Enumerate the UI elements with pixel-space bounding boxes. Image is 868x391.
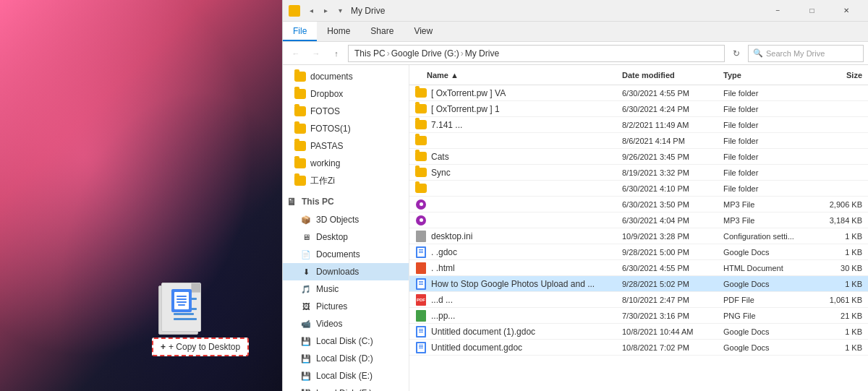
file-type: File folder [723, 152, 817, 161]
file-date: 9/26/2021 3:45 PM [622, 152, 723, 161]
ribbon-tab-share[interactable]: Share [360, 22, 404, 41]
file-size: 21 KB [817, 311, 868, 320]
sidebar-item-local-d[interactable]: 💾 Local Disk (D:) [283, 350, 409, 367]
file-list-header: Name ▲ Date modified Type Size [409, 65, 868, 85]
file-type: File folder [723, 105, 817, 113]
sidebar-item-documents[interactable]: documents [283, 68, 409, 85]
gdoc-icon [414, 325, 428, 339]
drag-ghost-icon [156, 283, 206, 340]
file-row[interactable]: 7.141 ... 8/2/2021 11:49 AM File folder [409, 117, 868, 133]
minimize-button[interactable]: − [762, 1, 794, 21]
file-date: 7/30/2021 3:16 PM [622, 311, 723, 320]
maximize-button[interactable]: □ [796, 1, 828, 21]
sidebar-item-local-e[interactable]: 💾 Local Disk (E:) [283, 367, 409, 384]
file-row[interactable]: Sync 8/19/2021 3:32 PM File folder [409, 165, 868, 181]
sidebar-item-label: 工作Zi [310, 175, 335, 187]
file-row[interactable]: [ OxTorrent.pw ] VA 6/30/2021 4:55 PM Fi… [409, 85, 868, 101]
sidebar-item-dropbox[interactable]: Dropbox [283, 85, 409, 103]
file-row[interactable]: 6/30/2021 4:10 PM File folder [409, 181, 868, 197]
forward-button[interactable]: → [307, 45, 325, 62]
address-path[interactable]: This PC › Google Drive (G:) › My Drive [348, 45, 725, 62]
sidebar-item-pastas[interactable]: PASTAS [283, 137, 409, 155]
file-row[interactable]: 6/30/2021 4:04 PM MP3 File 3,184 KB [409, 212, 868, 228]
file-type: File folder [723, 168, 817, 177]
sidebar-item-videos[interactable]: 📹 Videos [283, 315, 409, 332]
refresh-button[interactable]: ↻ [728, 45, 745, 62]
file-row[interactable]: Untitled document.gdoc 10/8/2021 7:02 PM… [409, 340, 868, 356]
ribbon-tab-home[interactable]: Home [317, 22, 360, 41]
title-bar-dropdown-btn[interactable]: ▾ [333, 4, 346, 17]
col-header-type[interactable]: Type [723, 71, 817, 80]
file-type: File folder [723, 184, 817, 193]
ribbon-tab-view[interactable]: View [404, 22, 443, 41]
title-bar-title: My Drive [351, 6, 757, 16]
sidebar-item-downloads[interactable]: ⬇ Downloads [283, 263, 409, 280]
file-type: File folder [723, 89, 817, 98]
col-header-name[interactable]: Name ▲ [409, 71, 622, 80]
folder-icon [294, 124, 306, 134]
sidebar-item-local-f[interactable]: 💾 Local Disk (F:) [283, 384, 409, 391]
close-button[interactable]: ✕ [830, 1, 862, 21]
music-icon: 🎵 [300, 283, 312, 295]
title-bar-controls: − □ ✕ [762, 1, 862, 21]
file-date: 8/2/2021 11:49 AM [622, 121, 723, 129]
file-date: 6/30/2021 3:50 PM [622, 200, 723, 209]
file-name: [ OxTorrent.pw ] VA [428, 88, 622, 98]
folder-icon [414, 166, 428, 180]
file-row[interactable]: PDF ...d ... 8/10/2021 2:47 PM PDF File … [409, 292, 868, 308]
sidebar-item-working[interactable]: working [283, 155, 409, 172]
copy-tooltip-label: + Copy to Desktop [169, 342, 240, 352]
file-row[interactable]: 6/30/2021 3:50 PM MP3 File 2,906 KB [409, 197, 868, 212]
folder-icon [414, 102, 428, 116]
sidebar-item-3d-objects[interactable]: 📦 3D Objects [283, 211, 409, 228]
file-date: 8/19/2021 3:32 PM [622, 168, 723, 177]
copy-to-desktop-tooltip[interactable]: + + Copy to Desktop [152, 338, 249, 356]
file-row[interactable]: . .html 6/30/2021 4:55 PM HTML Document … [409, 260, 868, 276]
file-row[interactable]: ...pp... 7/30/2021 3:16 PM PNG File 21 K… [409, 308, 868, 324]
path-this-pc: This PC [354, 48, 386, 59]
col-header-size[interactable]: Size [817, 71, 868, 80]
desktop-icon: 🖥 [300, 231, 312, 243]
file-row[interactable]: Cats 9/26/2021 3:45 PM File folder [409, 149, 868, 165]
sidebar-item-label: 3D Objects [316, 215, 359, 225]
title-bar-back-btn[interactable]: ◂ [305, 4, 318, 17]
file-name: desktop.ini [428, 231, 622, 241]
file-row[interactable]: . .gdoc 9/28/2021 5:00 PM Google Docs 1 … [409, 244, 868, 260]
sidebar-item-label: Videos [316, 319, 342, 329]
sidebar-item-desktop[interactable]: 🖥 Desktop [283, 228, 409, 246]
file-row[interactable]: [ OxTorrent.pw ] 1 6/30/2021 4:24 PM Fil… [409, 101, 868, 117]
file-type: Configuration setti... [723, 232, 817, 241]
file-type: MP3 File [723, 216, 817, 225]
sidebar-item-documents2[interactable]: 📄 Documents [283, 246, 409, 263]
file-row[interactable]: desktop.ini 10/9/2021 3:28 PM Configurat… [409, 228, 868, 244]
address-bar: ← → ↑ This PC › Google Drive (G:) › My D… [283, 42, 868, 65]
sidebar-item-fotos[interactable]: FOTOS [283, 103, 409, 120]
sidebar-item-local-c[interactable]: 💾 Local Disk (C:) [283, 332, 409, 350]
file-size: 1 KB [817, 232, 868, 241]
file-date: 10/8/2021 7:02 PM [622, 343, 723, 352]
up-button[interactable]: ↑ [328, 45, 345, 62]
folder-icon [414, 181, 428, 196]
ribbon-tab-file[interactable]: File [283, 22, 317, 41]
file-row[interactable]: 8/6/2021 4:14 PM File folder [409, 133, 868, 149]
title-bar-forward-btn[interactable]: ▸ [319, 4, 332, 17]
html-icon [414, 261, 428, 275]
ini-icon [414, 229, 428, 244]
file-row[interactable]: Untitled document (1).gdoc 10/8/2021 10:… [409, 324, 868, 340]
png-icon [414, 309, 428, 323]
search-box[interactable]: 🔍 Search My Drive [748, 45, 864, 62]
sidebar-item-pictures[interactable]: 🖼 Pictures [283, 298, 409, 315]
folder-icon [294, 176, 306, 186]
file-size: 1 KB [817, 343, 868, 352]
disk-icon: 💾 [300, 387, 312, 391]
file-date: 10/9/2021 3:28 PM [622, 232, 723, 241]
file-row-selected[interactable]: How to Stop Google Photos Upload and ...… [409, 276, 868, 292]
sidebar-item-gongzuozi[interactable]: 工作Zi [283, 172, 409, 189]
folder-icon [294, 106, 306, 116]
back-button[interactable]: ← [287, 45, 305, 62]
file-date: 6/30/2021 4:10 PM [622, 184, 723, 193]
col-header-date[interactable]: Date modified [622, 71, 723, 80]
sidebar-item-music[interactable]: 🎵 Music [283, 280, 409, 298]
sidebar-item-this-pc[interactable]: 🖥 This PC [283, 192, 409, 211]
sidebar-item-fotos1[interactable]: FOTOS(1) [283, 120, 409, 137]
